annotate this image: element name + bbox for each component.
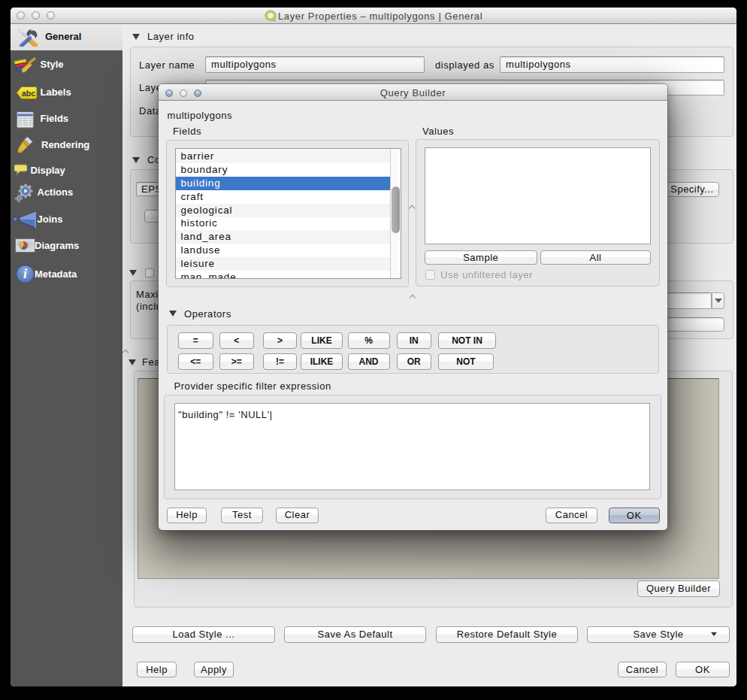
svg-text:i: i xyxy=(23,266,26,281)
svg-text:abc: abc xyxy=(22,88,35,97)
